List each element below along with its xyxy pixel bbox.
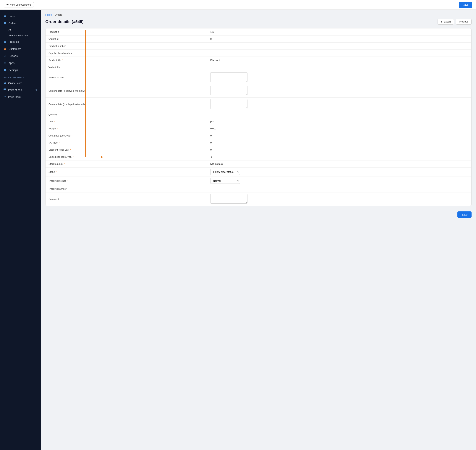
field-textarea[interactable]	[210, 72, 248, 82]
apps-icon	[3, 61, 7, 65]
sidebar-item-reports[interactable]: Reports	[0, 53, 41, 59]
required-indicator: *	[62, 59, 63, 62]
field-value: NormalNoneAdvanced	[207, 177, 471, 185]
sidebar-item-settings[interactable]: Settings	[0, 67, 41, 74]
table-row: Discount (excl. vat) *0	[46, 146, 471, 154]
sidebar-settings-label: Settings	[9, 69, 18, 71]
field-value	[207, 84, 471, 98]
sidebar-item-products[interactable]: Products	[0, 38, 41, 45]
upload-icon: ⬆	[441, 20, 443, 23]
sidebar-pos-label: Point of sale	[8, 89, 23, 91]
breadcrumb-separator: ›	[53, 13, 54, 16]
bottom-actions: Save	[45, 210, 471, 221]
main-content: Home › Orders Order details (#545) ⬆ Exp…	[41, 10, 476, 450]
sales-channels-label: SALES CHANNELS	[0, 74, 41, 80]
sidebar-home-label: Home	[9, 15, 15, 18]
field-label: Tracking method *	[46, 177, 207, 185]
field-label: Custom data (displayed internally)	[46, 84, 207, 98]
top-bar: 👁 View your webshop Save	[0, 0, 476, 10]
table-row: Stock amount *Not in stock	[46, 160, 471, 167]
field-label: Discount (excl. vat) *	[46, 146, 207, 154]
field-value: Not in stock	[207, 160, 471, 167]
field-value: 122	[207, 29, 471, 36]
field-label: Supplier Item Number	[46, 50, 207, 57]
save-button-top[interactable]: Save	[459, 2, 472, 8]
previous-button[interactable]: Previous	[456, 19, 471, 24]
table-row: VAT rate *0	[46, 139, 471, 146]
field-select[interactable]: Follow order statusActiveInactive	[210, 169, 240, 175]
export-button[interactable]: ⬆ Export	[438, 19, 454, 24]
price-icon	[3, 95, 6, 99]
field-value: 0	[207, 139, 471, 146]
field-label: Variant id	[46, 36, 207, 43]
field-textarea[interactable]	[210, 194, 248, 204]
svg-rect-0	[4, 22, 6, 24]
sidebar-item-price-index[interactable]: Price index	[0, 93, 41, 100]
table-row: Supplier Item Number	[46, 50, 471, 57]
field-value	[207, 50, 471, 57]
sidebar-sub-item-all[interactable]: All	[0, 27, 41, 33]
field-textarea[interactable]	[210, 86, 248, 95]
field-select[interactable]: NormalNoneAdvanced	[210, 178, 240, 184]
table-row: Custom data (displayed internally)	[46, 84, 471, 98]
home-icon	[3, 14, 7, 18]
view-webshop-button[interactable]: 👁 View your webshop	[4, 2, 34, 7]
table-row: Product title *Discount	[46, 57, 471, 64]
table-row: Comment	[46, 192, 471, 206]
field-label: Tracking number	[46, 185, 207, 192]
sidebar-item-orders[interactable]: Orders	[0, 20, 41, 27]
sidebar-price-label: Price index	[8, 95, 21, 98]
field-value: 0	[207, 132, 471, 139]
field-label: Product number	[46, 43, 207, 50]
field-value: 0,000	[207, 125, 471, 132]
field-value: -5	[207, 154, 471, 160]
field-value: 0	[207, 146, 471, 154]
sidebar-orders-label: Orders	[9, 22, 17, 25]
sidebar-item-customers[interactable]: Customers	[0, 45, 41, 53]
table-row: Custom data (displayed externally)	[46, 98, 471, 111]
table-row: Cost price (excl. vat) *0	[46, 132, 471, 139]
sidebar-reports-label: Reports	[9, 54, 18, 58]
save-button-bottom[interactable]: Save	[457, 211, 471, 218]
field-label: Product title *	[46, 57, 207, 64]
required-indicator: *	[67, 179, 68, 182]
field-value	[207, 192, 471, 206]
sidebar: Home Orders All Abandoned orders Product…	[0, 10, 41, 450]
sidebar-customers-label: Customers	[9, 47, 21, 50]
required-indicator: *	[58, 113, 59, 116]
table-row: Additional title	[46, 71, 471, 84]
field-label: Stock amount *	[46, 160, 207, 167]
sidebar-item-home[interactable]: Home	[0, 13, 41, 20]
table-row: Tracking method *NormalNoneAdvanced	[46, 177, 471, 185]
field-textarea[interactable]	[210, 99, 248, 109]
app-layout: Home Orders All Abandoned orders Product…	[0, 10, 476, 450]
field-label: Custom data (displayed externally)	[46, 98, 207, 111]
field-label: Additional title	[46, 71, 207, 84]
field-label: Variant title	[46, 64, 207, 71]
svg-rect-1	[4, 89, 6, 90]
sidebar-item-point-of-sale[interactable]: Point of sale 👁	[0, 86, 41, 93]
table-row: Sales price (excl. vat) *-5	[46, 154, 471, 160]
sidebar-item-online-store[interactable]: Online store	[0, 80, 41, 86]
table-row: Variant title	[46, 64, 471, 71]
breadcrumb-home[interactable]: Home	[45, 13, 52, 16]
page-actions: ⬆ Export Previous	[438, 19, 471, 24]
orders-icon	[3, 22, 7, 25]
table-row: Unit *pcs.	[46, 118, 471, 125]
required-indicator: *	[71, 134, 72, 137]
field-label: VAT rate *	[46, 139, 207, 146]
field-label: Quantity *	[46, 111, 207, 118]
eye-icon-pos: 👁	[35, 89, 38, 91]
view-webshop-label: View your webshop	[10, 3, 31, 6]
field-value	[207, 98, 471, 111]
eye-icon: 👁	[6, 3, 9, 6]
required-indicator: *	[56, 171, 58, 173]
sidebar-sub-item-abandoned[interactable]: Abandoned orders	[0, 33, 41, 38]
settings-icon	[3, 68, 7, 72]
sidebar-item-apps[interactable]: Apps	[0, 59, 41, 67]
table-row: Variant id0	[46, 36, 471, 43]
required-indicator: *	[53, 120, 55, 123]
table-row: Tracking number	[46, 185, 471, 192]
pos-icon	[3, 88, 6, 92]
field-value	[207, 43, 471, 50]
